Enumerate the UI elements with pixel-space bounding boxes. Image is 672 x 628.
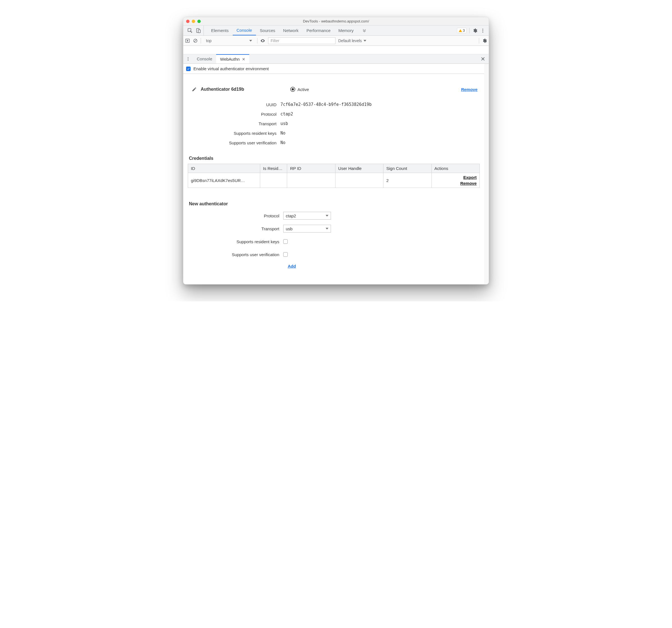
clear-console-icon[interactable] xyxy=(193,38,198,43)
enable-virtual-auth-checkbox[interactable] xyxy=(186,67,191,71)
uuid-value: 7cf6a7e2-0537-48c4-b9fe-f3653826d19b xyxy=(281,102,371,107)
active-radio[interactable]: Active xyxy=(290,87,309,92)
svg-point-3 xyxy=(482,29,483,29)
credentials-title: Credentials xyxy=(189,156,480,161)
remove-credential-link[interactable]: Remove xyxy=(434,181,477,186)
new-user-verification-label: Supports user verification xyxy=(188,252,283,257)
enable-virtual-auth-row: Enable virtual authenticator environment xyxy=(183,64,484,74)
credentials-header-row: ID Is Resid… RP ID User Handle Sign Coun… xyxy=(188,164,480,173)
warnings-badge[interactable]: 3 xyxy=(457,28,466,33)
drawer-gap xyxy=(183,46,489,54)
transport-value: usb xyxy=(281,121,288,126)
col-sign-count[interactable]: Sign Count xyxy=(383,164,431,173)
new-protocol-label: Protocol xyxy=(188,213,283,218)
new-resident-checkbox[interactable] xyxy=(283,239,288,244)
new-authenticator-title: New authenticator xyxy=(189,201,480,206)
drawer-more-button[interactable] xyxy=(183,54,193,64)
window-controls xyxy=(186,20,201,23)
cred-id: gi9DBsn77iLAXdK7es5UR… xyxy=(188,173,260,188)
svg-point-9 xyxy=(188,59,189,59)
export-credential-link[interactable]: Export xyxy=(434,175,477,180)
user-verification-value: No xyxy=(281,140,286,145)
drawer-tab-console[interactable]: Console xyxy=(193,54,216,64)
cred-is-resident xyxy=(260,173,287,188)
new-resident-label: Supports resident keys xyxy=(188,239,283,244)
chevron-down-icon xyxy=(363,40,366,42)
close-drawer-button[interactable]: ✕ xyxy=(477,55,489,62)
more-tabs-button[interactable] xyxy=(358,26,371,36)
divider xyxy=(479,38,479,44)
protocol-value: ctap2 xyxy=(281,112,293,117)
drawer-tab-bar: Console WebAuthn ✕ ✕ xyxy=(183,54,489,64)
col-id[interactable]: ID xyxy=(188,164,260,173)
divider xyxy=(201,38,201,44)
tab-performance[interactable]: Performance xyxy=(303,26,335,36)
active-label: Active xyxy=(297,87,309,92)
main-tab-bar: Elements Console Sources Network Perform… xyxy=(183,26,489,36)
radio-icon xyxy=(290,87,295,92)
col-actions[interactable]: Actions xyxy=(431,164,479,173)
new-user-verification-checkbox[interactable] xyxy=(283,252,288,257)
authenticator-properties: UUID 7cf6a7e2-0537-48c4-b9fe-f3653826d19… xyxy=(188,100,480,147)
add-authenticator-button[interactable]: Add xyxy=(288,264,296,269)
settings-icon[interactable] xyxy=(473,28,478,33)
chevron-down-icon xyxy=(326,228,329,230)
col-rp-id[interactable]: RP ID xyxy=(287,164,335,173)
authenticator-name: Authenticator 6d19b xyxy=(201,87,244,92)
minimize-window-button[interactable] xyxy=(192,20,195,23)
log-levels-select[interactable]: Default levels xyxy=(338,39,366,43)
col-user-handle[interactable]: User Handle xyxy=(335,164,383,173)
console-settings-icon[interactable] xyxy=(482,38,487,43)
authenticator-header: Authenticator 6d19b Active Remove xyxy=(188,78,480,97)
cred-actions: Export Remove xyxy=(431,173,479,188)
cred-rp-id xyxy=(287,173,335,188)
live-expression-icon[interactable] xyxy=(260,38,265,43)
more-options-icon[interactable] xyxy=(480,28,485,33)
context-value: top xyxy=(206,39,211,43)
tab-sources[interactable]: Sources xyxy=(256,26,279,36)
protocol-label: Protocol xyxy=(188,112,281,117)
tab-console[interactable]: Console xyxy=(233,26,256,36)
svg-point-8 xyxy=(188,57,189,58)
new-transport-label: Transport xyxy=(188,226,283,231)
cred-user-handle xyxy=(335,173,383,188)
new-transport-select[interactable]: usb xyxy=(283,225,331,233)
drawer-tab-webauthn[interactable]: WebAuthn ✕ xyxy=(216,54,249,64)
window-title: DevTools - webauthndemo.appspot.com/ xyxy=(183,19,489,23)
close-window-button[interactable] xyxy=(186,20,190,23)
resident-keys-label: Supports resident keys xyxy=(188,131,281,136)
chevron-down-icon xyxy=(249,40,252,42)
edit-name-icon[interactable] xyxy=(192,87,197,92)
console-toolbar: top Default levels xyxy=(183,36,489,46)
titlebar: DevTools - webauthndemo.appspot.com/ xyxy=(183,17,489,26)
uuid-label: UUID xyxy=(188,102,281,107)
console-filter-input[interactable] xyxy=(268,37,335,44)
devtools-window: DevTools - webauthndemo.appspot.com/ Ele… xyxy=(183,17,489,284)
warnings-count: 3 xyxy=(463,28,465,32)
divider xyxy=(469,28,470,33)
remove-authenticator-link[interactable]: Remove xyxy=(461,87,478,92)
chevron-down-icon xyxy=(326,215,329,216)
svg-rect-2 xyxy=(198,29,200,32)
resident-keys-value: No xyxy=(281,131,286,136)
scrollbar[interactable] xyxy=(484,64,489,284)
user-verification-label: Supports user verification xyxy=(188,140,281,145)
device-toolbar-icon[interactable] xyxy=(196,28,201,33)
table-row: gi9DBsn77iLAXdK7es5UR… 2 Export Remove xyxy=(188,173,480,188)
close-tab-icon[interactable]: ✕ xyxy=(242,57,245,62)
tab-network[interactable]: Network xyxy=(279,26,303,36)
svg-point-10 xyxy=(188,60,189,61)
col-is-resident[interactable]: Is Resid… xyxy=(260,164,287,173)
tab-memory[interactable]: Memory xyxy=(335,26,358,36)
inspect-element-icon[interactable] xyxy=(187,28,193,33)
zoom-window-button[interactable] xyxy=(197,20,201,23)
transport-label: Transport xyxy=(188,121,281,126)
play-icon[interactable] xyxy=(185,38,190,43)
execution-context-select[interactable]: top xyxy=(204,37,254,45)
new-protocol-select[interactable]: ctap2 xyxy=(283,212,331,219)
enable-virtual-auth-label: Enable virtual authenticator environment xyxy=(193,66,269,71)
webauthn-panel: Enable virtual authenticator environment… xyxy=(183,64,489,284)
svg-point-5 xyxy=(482,31,483,32)
new-authenticator-section: New authenticator Protocol ctap2 Transpo… xyxy=(188,201,480,280)
tab-elements[interactable]: Elements xyxy=(207,26,233,36)
